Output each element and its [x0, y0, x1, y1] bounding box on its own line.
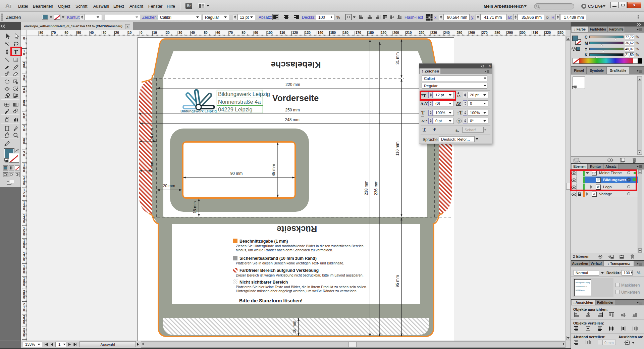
- svg-text:110 mm: 110 mm: [395, 142, 400, 156]
- svg-text:Nicht sichtbarer Bereich: Nicht sichtbarer Bereich: [239, 280, 288, 285]
- svg-text:0: 0: [23, 296, 25, 299]
- svg-text:40: 40: [191, 31, 195, 35]
- svg-text:Platzieren Sie hier keine Text: Platzieren Sie hier keine Texte und Bild…: [236, 285, 367, 289]
- svg-text:hinaus, um weiße Ränder nach d: hinaus, um weiße Ränder nach dem Schneid…: [236, 248, 333, 252]
- svg-text:Bitte die Stanzform löschen!: Bitte die Stanzform löschen!: [239, 298, 303, 303]
- svg-text:20: 20: [166, 31, 170, 35]
- svg-text:20 mm: 20 mm: [163, 184, 175, 188]
- svg-text:20: 20: [115, 31, 119, 35]
- svg-text:Beschnittzugabe (1 mm): Beschnittzugabe (1 mm): [239, 239, 288, 244]
- svg-text:0: 0: [23, 141, 25, 145]
- svg-text:0: 0: [23, 334, 25, 337]
- svg-text:Hintergründe müssen aber angel: Hintergründe müssen aber angelegt werden…: [236, 289, 357, 293]
- svg-text:290: 290: [507, 31, 513, 35]
- svg-text:0: 0: [23, 182, 25, 186]
- svg-text:0: 0: [23, 90, 25, 94]
- svg-text:0: 0: [23, 194, 25, 198]
- svg-text:Klebelasche: Klebelasche: [271, 60, 321, 69]
- svg-text:320: 320: [545, 31, 551, 35]
- svg-text:30: 30: [103, 31, 107, 35]
- svg-text:st: st: [593, 193, 595, 196]
- svg-text:220: 220: [419, 31, 424, 35]
- svg-text:70: 70: [229, 31, 233, 35]
- svg-text:260: 260: [469, 31, 475, 35]
- svg-text:04229 Leipzig: 04229 Leipzig: [218, 106, 253, 112]
- svg-text:70: 70: [52, 31, 56, 35]
- svg-text:Rückseite: Rückseite: [277, 225, 317, 234]
- svg-text:60: 60: [216, 31, 220, 35]
- svg-text:110: 110: [280, 31, 285, 35]
- svg-text:Sicherheitsabstand (10 mm zum: Sicherheitsabstand (10 mm zum Rand): [239, 256, 317, 261]
- svg-text:0: 0: [23, 233, 25, 236]
- svg-text:180: 180: [368, 31, 374, 35]
- svg-text:50: 50: [204, 31, 208, 35]
- svg-text:60: 60: [65, 31, 69, 35]
- svg-text:0: 0: [23, 115, 25, 119]
- svg-text:Ziehen Sie Hintergründe und ra: Ziehen Sie Hintergründe und randabfallen…: [236, 244, 364, 248]
- svg-text:270: 270: [482, 31, 488, 35]
- svg-text:0: 0: [23, 220, 25, 223]
- svg-text:238 mm: 238 mm: [364, 181, 369, 195]
- svg-text:150: 150: [330, 31, 336, 35]
- svg-text:0: 0: [23, 65, 25, 68]
- svg-text:45 mm: 45 mm: [271, 164, 276, 177]
- svg-text:140: 140: [318, 31, 323, 35]
- svg-text:300: 300: [520, 31, 526, 35]
- svg-text:0: 0: [23, 169, 25, 173]
- svg-text:250: 250: [457, 31, 463, 35]
- svg-text:0: 0: [23, 245, 25, 249]
- svg-text:90 mm: 90 mm: [230, 171, 243, 176]
- svg-text:31 mm: 31 mm: [395, 52, 400, 65]
- svg-text:80: 80: [39, 31, 43, 35]
- svg-text:0: 0: [23, 37, 25, 40]
- svg-text:120: 120: [292, 31, 298, 35]
- svg-text:0: 0: [23, 128, 25, 132]
- svg-text:0: 0: [23, 153, 25, 157]
- svg-text:230: 230: [431, 31, 437, 35]
- svg-text:100: 100: [267, 31, 273, 35]
- svg-text:236 mm: 236 mm: [374, 181, 378, 195]
- svg-text:248 mm: 248 mm: [285, 117, 299, 122]
- svg-text:0: 0: [23, 258, 25, 261]
- svg-text:90: 90: [254, 31, 258, 35]
- svg-text:Nonnenstraße 4a: Nonnenstraße 4a: [218, 99, 261, 105]
- svg-text:330: 330: [558, 31, 564, 35]
- svg-text:10: 10: [153, 31, 157, 35]
- svg-text:210: 210: [406, 31, 412, 35]
- svg-text:30: 30: [178, 31, 182, 35]
- svg-text:14 mm: 14 mm: [150, 128, 154, 141]
- svg-text:0: 0: [23, 270, 25, 274]
- svg-text:0: 0: [23, 52, 25, 56]
- svg-text:0: 0: [23, 78, 25, 81]
- svg-text:170: 170: [356, 31, 361, 35]
- svg-text:Dieser Bereich ist wegen Verkl: Dieser Bereich ist wegen Verklebung nich…: [236, 273, 364, 277]
- svg-text:10: 10: [128, 31, 132, 35]
- svg-text:0: 0: [23, 308, 25, 312]
- svg-text:0: 0: [23, 207, 25, 211]
- svg-text:220 mm: 220 mm: [285, 82, 300, 87]
- svg-text:Platzieren Sie in diesen Berei: Platzieren Sie in diesen Bereich keine w…: [236, 261, 344, 265]
- svg-text:280: 280: [495, 31, 500, 35]
- svg-text:0: 0: [141, 31, 143, 35]
- svg-text:T: T: [458, 119, 460, 123]
- svg-text:95 mm: 95 mm: [395, 275, 400, 288]
- svg-text:160: 160: [343, 31, 348, 35]
- svg-text:Farbfreier Bereich aufgrund Ve: Farbfreier Bereich aufgrund Verklebung: [239, 268, 319, 273]
- svg-text:0: 0: [23, 103, 25, 107]
- svg-text:190: 190: [381, 31, 386, 35]
- svg-text:50: 50: [77, 31, 82, 35]
- svg-text:0: 0: [23, 321, 25, 325]
- svg-text:0: 0: [23, 283, 25, 287]
- svg-text:240: 240: [444, 31, 450, 35]
- svg-text:Bildungswerk Leipzig: Bildungswerk Leipzig: [218, 91, 270, 97]
- svg-text:15 mm: 15 mm: [193, 201, 197, 214]
- svg-text:130: 130: [305, 31, 311, 35]
- svg-text:40: 40: [90, 31, 94, 35]
- svg-text:200: 200: [393, 31, 399, 35]
- svg-text:16 mm: 16 mm: [292, 321, 297, 333]
- svg-text:Bildungswerk Leipzig: Bildungswerk Leipzig: [180, 109, 217, 113]
- svg-text:250 mm: 250 mm: [285, 108, 300, 112]
- svg-text:310: 310: [533, 31, 538, 35]
- svg-text:Vorderseite: Vorderseite: [272, 93, 319, 103]
- svg-text:80: 80: [242, 31, 246, 35]
